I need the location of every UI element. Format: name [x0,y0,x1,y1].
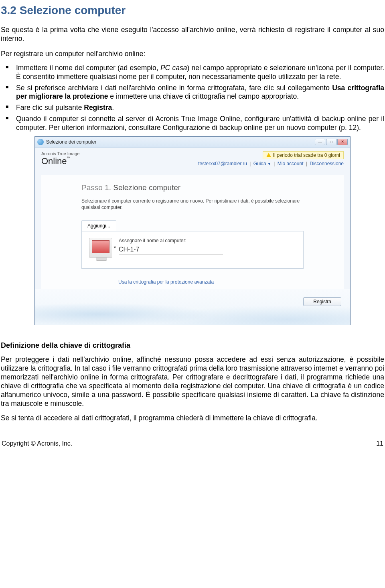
page-number: 11 [376,440,383,447]
step-description: Selezionare il computer corrente o regis… [81,198,304,211]
text: Immettere il nome del computer (ad esemp… [16,64,160,72]
text: Quando il computer si connette al server… [16,115,384,132]
bullet-list: Immettere il nome del computer (ad esemp… [1,64,384,132]
form-column: Assegnare il nome al computer: CH-1-7 [119,238,296,255]
bold-text: Registra [84,103,112,112]
step-number: Passo 1. [81,183,111,192]
account-email: testerxx07@rambler.ru [198,161,247,166]
definition-paragraph-1: Per proteggere i dati nell'archivio onli… [1,355,384,408]
chevron-down-icon[interactable]: ▼ [113,245,117,249]
register-button[interactable]: Registra [303,297,341,306]
computer-name-label: Assegnare il nome al computer: [119,238,296,243]
main-area: Passo 1. Selezione computer Selezionare … [41,175,344,289]
titlebar: Selezione dei computer — □ X [35,137,350,148]
maximize-button[interactable]: □ [326,139,336,145]
italic-text: PC casa [160,64,187,72]
app-window: Selezione dei computer — □ X Acronis Tru… [34,136,351,325]
list-item: Quando il computer si connette al server… [16,115,384,132]
text: Se si preferisce archiviare i dati nell'… [16,84,332,92]
warning-icon [266,153,271,157]
globe-icon [37,139,44,145]
chevron-down-icon: ▼ [267,162,271,166]
page-footer: Copyright © Acronis, Inc. 11 [1,428,384,453]
brand-line1: Acronis True Image [41,151,79,156]
brand: Acronis True Image Online™ [41,151,79,166]
close-button[interactable]: X [337,139,348,145]
trial-banner: Il periodo trial scade tra 0 giorni [263,151,344,159]
text: e immettere una chiave di crittografia n… [108,92,299,100]
list-item: Se si preferisce archiviare i dati nell'… [16,84,384,101]
list-item: Immettere il nome del computer (ad esemp… [16,64,384,81]
window-controls: — □ X [315,139,348,145]
brand-line2: Online™ [41,156,79,166]
intro-paragraph: Se questa è la prima volta che viene ese… [1,26,384,43]
text: Fare clic sul pulsante [16,103,84,112]
step-name: Selezione computer [113,183,180,192]
footer-wave-area: Registra [35,289,350,325]
minimize-button[interactable]: — [315,139,325,145]
section-heading: 3.2 Selezione computer [1,4,384,17]
tab-add[interactable]: Aggiungi... [81,220,116,231]
topbar: Acronis True Image Online™ Il periodo tr… [35,148,350,168]
copyright: Copyright © Acronis, Inc. [2,440,72,447]
panel: ▼ Assegnare il nome al computer: CH-1-7 [81,231,304,269]
help-link[interactable]: Guida [253,161,266,166]
computer-name-input[interactable]: CH-1-7 [119,245,223,255]
my-account-link[interactable]: Mio account [278,161,304,166]
trial-text: Il periodo trial scade tra 0 giorni [273,152,340,158]
account-links: testerxx07@rambler.ru | Guida ▼ | Mio ac… [198,161,344,166]
step-title: Passo 1. Selezione computer [81,183,304,192]
window-title: Selezione dei computer [46,139,315,145]
topright: Il periodo trial scade tra 0 giorni test… [198,151,344,166]
definition-paragraph-2: Se si tenta di accedere ai dati crittogr… [1,414,384,423]
text: . [112,103,114,112]
disconnect-link[interactable]: Disconnessione [310,161,344,166]
crypto-link[interactable]: Usa la crittografia per la protezione av… [118,279,304,285]
subhead: Per registrare un computer nell'archivio… [1,50,384,58]
tab-row: Aggiungi... [81,220,304,231]
definition-heading: Definizione della chiave di crittografia [1,341,384,350]
list-item: Fare clic sul pulsante Registra. [16,103,384,112]
computer-icon[interactable]: ▼ [89,238,112,258]
